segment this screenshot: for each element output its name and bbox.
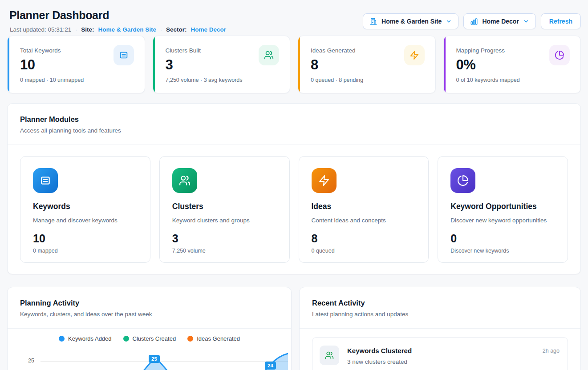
legend-item-clusters-created[interactable]: Clusters Created (123, 335, 176, 342)
data-point-label: 24 (265, 362, 276, 370)
stat-label: Ideas Generated (311, 47, 356, 54)
area-chart: 25 24 (41, 350, 288, 370)
chevron-down-icon (523, 18, 529, 24)
module-title: Keywords (33, 202, 70, 211)
module-detail: 0 queued (312, 248, 335, 254)
module-detail: 7,250 volume (172, 248, 206, 254)
pie-chart-icon (450, 168, 475, 193)
legend-dot-icon (123, 336, 129, 342)
building-icon (369, 17, 377, 25)
page-meta: Last updated: 05:31:21 · Site: Home & Ga… (10, 26, 226, 33)
pie-chart-icon (549, 45, 570, 65)
users-icon (320, 346, 339, 365)
stat-detail: 0 of 10 keywords mapped (456, 77, 520, 83)
recent-activity-title: Recent Activity (312, 299, 365, 307)
planner-modules-panel: Planner Modules Access all planning tool… (7, 103, 581, 274)
site-selector-dropdown[interactable]: Home & Garden Site (363, 13, 458, 29)
module-card-clusters[interactable]: Clusters Keyword clusters and groups 3 7… (159, 156, 290, 263)
module-title: Keyword Opportunities (450, 202, 536, 211)
recent-activity-subtitle: Latest planning actions and updates (312, 311, 408, 318)
accent-bar (444, 36, 446, 93)
stat-card-ideas-generated: Ideas Generated 8 0 queued · 8 pending (298, 36, 436, 93)
users-icon (172, 168, 197, 193)
module-title: Clusters (172, 202, 203, 211)
accent-bar (8, 36, 9, 93)
activity-timestamp: 2h ago (543, 348, 560, 354)
site-selector-label: Home & Garden Site (381, 18, 442, 25)
legend-label: Ideas Generated (197, 335, 240, 342)
module-description: Keyword clusters and groups (172, 217, 250, 224)
refresh-button[interactable]: Refresh (541, 13, 581, 29)
stat-label: Total Keywords (20, 47, 61, 54)
module-description: Content ideas and concepts (312, 217, 386, 224)
modules-title: Planner Modules (20, 115, 79, 124)
legend-dot-icon (187, 336, 193, 342)
legend-label: Clusters Created (133, 335, 176, 342)
lightning-icon (404, 45, 425, 65)
stat-label: Mapping Progress (456, 47, 505, 54)
activity-list-item: Keywords Clustered 3 new clusters create… (312, 337, 568, 370)
sector-selector-dropdown[interactable]: Home Decor (463, 13, 535, 29)
module-value: 3 (172, 232, 178, 245)
meta-separator: · (75, 27, 77, 33)
chart-legend: Keywords Added Clusters Created Ideas Ge… (8, 335, 291, 342)
planner-dashboard-page: Planner Dashboard Last updated: 05:31:21… (0, 0, 588, 370)
last-updated-text: Last updated: 05:31:21 (10, 26, 71, 33)
activity-title: Keywords Clustered (347, 347, 412, 354)
document-lines-icon (114, 45, 134, 65)
users-icon (259, 45, 279, 65)
page-title: Planner Dashboard (9, 9, 109, 22)
stat-value: 8 (311, 57, 318, 73)
planning-activity-title: Planning Activity (20, 299, 79, 307)
stat-card-clusters-built: Clusters Built 3 7,250 volume · 3 avg ke… (153, 36, 291, 93)
stat-label: Clusters Built (166, 47, 201, 54)
divider (8, 328, 291, 329)
site-link[interactable]: Home & Garden Site (98, 26, 156, 33)
legend-dot-icon (59, 336, 65, 342)
module-description: Discover new keyword opportunities (450, 217, 547, 224)
site-label: Site: (81, 26, 94, 33)
activity-description: 3 new clusters created (347, 358, 407, 365)
accent-bar (153, 36, 155, 93)
document-lines-icon (33, 168, 58, 193)
module-card-keywords[interactable]: Keywords Manage and discover keywords 10… (20, 156, 150, 263)
divider (300, 328, 580, 329)
module-detail: Discover new keywords (450, 248, 509, 254)
legend-label: Keywords Added (68, 335, 112, 342)
stat-card-mapping-progress: Mapping Progress 0% 0 of 10 keywords map… (443, 36, 581, 93)
data-point-label: 25 (149, 355, 160, 363)
lightning-icon (312, 168, 337, 193)
module-value: 8 (312, 232, 318, 245)
recent-activity-panel: Recent Activity Latest planning actions … (299, 287, 581, 370)
module-card-keyword-opportunities[interactable]: Keyword Opportunities Discover new keywo… (438, 156, 568, 263)
stat-value: 3 (166, 57, 173, 73)
sector-label: Sector: (166, 26, 187, 33)
planning-activity-panel: Planning Activity Keywords, clusters, an… (7, 287, 292, 370)
divider (8, 145, 580, 145)
keywords-added-series (41, 350, 288, 370)
module-title: Ideas (312, 202, 332, 211)
stat-card-total-keywords: Total Keywords 10 0 mapped · 10 unmapped (7, 36, 145, 93)
module-detail: 0 mapped (33, 248, 58, 254)
sector-selector-label: Home Decor (482, 18, 519, 25)
legend-item-keywords-added[interactable]: Keywords Added (59, 335, 112, 342)
sector-link[interactable]: Home Decor (191, 26, 226, 33)
bar-chart-icon (470, 17, 478, 25)
stat-value: 10 (20, 57, 35, 73)
accent-bar (298, 36, 300, 93)
module-card-ideas[interactable]: Ideas Content ideas and concepts 8 0 que… (299, 156, 429, 263)
modules-subtitle: Access all planning tools and features (20, 127, 121, 134)
stat-detail: 7,250 volume · 3 avg keywords (166, 77, 243, 83)
stats-row: Total Keywords 10 0 mapped · 10 unmapped… (7, 36, 581, 93)
stat-detail: 0 queued · 8 pending (311, 77, 363, 83)
module-value: 0 (450, 232, 457, 245)
meta-separator: · (160, 27, 162, 33)
stat-detail: 0 mapped · 10 unmapped (20, 77, 84, 83)
y-axis-tick: 25 (28, 358, 34, 364)
legend-item-ideas-generated[interactable]: Ideas Generated (187, 335, 240, 342)
chevron-down-icon (446, 18, 452, 24)
module-cards-row: Keywords Manage and discover keywords 10… (20, 156, 568, 263)
toolbar: Home & Garden Site Home Decor Refresh (363, 13, 581, 29)
module-description: Manage and discover keywords (33, 217, 118, 224)
module-value: 10 (33, 232, 45, 245)
